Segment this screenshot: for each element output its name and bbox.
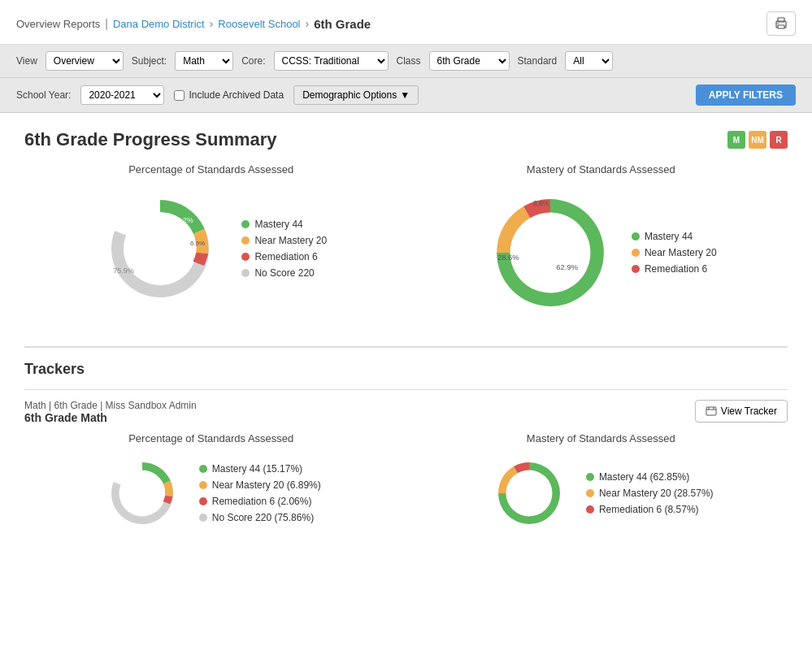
- legend-mastery-label: Mastery 44: [254, 219, 302, 230]
- class-label: Class: [397, 55, 421, 67]
- breadcrumb-current: 6th Grade: [314, 17, 371, 31]
- tlegend2-near-mastery: Near Mastery 20 (28.57%): [586, 488, 714, 499]
- breadcrumb: Overview Reports | Dana Demo District › …: [16, 17, 371, 31]
- tlegend1-dot-green: [199, 465, 207, 473]
- tracker-charts-row: Percentage of Standards Assessed: [24, 432, 788, 534]
- svg-text:15.2%: 15.2%: [173, 216, 194, 224]
- tlegend2-mastery: Mastery 44 (62.85%): [586, 471, 714, 483]
- breadcrumb-district[interactable]: Dana Demo District: [113, 18, 205, 30]
- legend2-remediation-label: Remediation 6: [645, 263, 707, 275]
- chart2-area: 62.9% 28.6% 8.6% Mastery 44 Near Mastery…: [485, 184, 717, 322]
- legend2-remediation: Remediation 6: [632, 263, 717, 275]
- summary-charts-row: Percentage of Standards Assessed: [24, 163, 788, 322]
- svg-text:75.9%: 75.9%: [114, 267, 135, 275]
- svg-point-3: [777, 23, 779, 24]
- tracker-chart2-title: Mastery of Standards Assessed: [527, 432, 675, 444]
- tlegend1-dot-gray: [199, 514, 207, 522]
- tracker-donut2: [489, 453, 570, 534]
- legend-dot-gray: [241, 269, 250, 277]
- school-year-select[interactable]: 2020-2021: [80, 85, 164, 105]
- archived-checkbox-label: Include Archived Data: [174, 89, 284, 101]
- print-button[interactable]: [766, 11, 796, 36]
- breadcrumb-overview: Overview Reports: [16, 18, 100, 30]
- legend-dot-green: [241, 220, 250, 228]
- apply-filters-button[interactable]: APPLY FILTERS: [696, 85, 796, 106]
- chart2-donut: 62.9% 28.6% 8.6%: [485, 184, 615, 322]
- tlegend2-remediation: Remediation 6 (8.57%): [586, 504, 714, 515]
- summary-section-header: 6th Grade Progress Summary M NM R: [24, 129, 788, 150]
- standard-label: Standard: [518, 55, 558, 67]
- badge-mastery: M: [727, 131, 745, 149]
- view-tracker-button[interactable]: View Tracker: [695, 400, 788, 423]
- tlegend2-near-mastery-label: Near Mastery 20 (28.57%): [599, 488, 714, 499]
- view-select[interactable]: Overview: [46, 51, 124, 71]
- subject-select[interactable]: Math: [175, 51, 233, 71]
- chart2-container: Mastery of Standards Assessed 62.9% 28.: [415, 163, 788, 322]
- legend2-near-mastery-label: Near Mastery 20: [645, 247, 717, 258]
- view-tracker-label: View Tracker: [721, 405, 777, 417]
- svg-text:8.6%: 8.6%: [533, 199, 549, 207]
- tlegend1-near-mastery-label: Near Mastery 20 (6.89%): [212, 479, 321, 491]
- chart1-container: Percentage of Standards Assessed: [24, 163, 398, 322]
- class-select[interactable]: 6th Grade: [429, 51, 510, 71]
- legend-near-mastery: Near Mastery 20: [241, 235, 327, 246]
- badge-near-mastery: NM: [749, 131, 766, 149]
- tlegend1-dot-red: [199, 497, 207, 505]
- svg-rect-2: [778, 25, 784, 28]
- filter-bar-1: View Overview Subject: Math Core: CCSS: …: [0, 45, 812, 78]
- svg-point-8: [512, 215, 588, 291]
- legend2-dot-yellow: [632, 249, 640, 257]
- standard-select[interactable]: All: [565, 51, 613, 71]
- tlegend2-dot-red: [586, 505, 594, 514]
- tlegend1-remediation: Remediation 6 (2.06%): [199, 496, 321, 507]
- legend2-near-mastery: Near Mastery 20: [632, 247, 717, 258]
- subject-label: Subject:: [132, 55, 167, 67]
- tracker-chart2-legend: Mastery 44 (62.85%) Near Mastery 20 (28.…: [586, 471, 714, 515]
- breadcrumb-sep1: |: [105, 17, 108, 30]
- svg-rect-12: [706, 407, 716, 415]
- legend-dot-yellow: [241, 236, 250, 245]
- tlegend1-dot-yellow: [199, 481, 207, 489]
- summary-title: 6th Grade Progress Summary: [24, 129, 277, 150]
- archived-label: Include Archived Data: [189, 89, 284, 101]
- breadcrumb-school[interactable]: Roosevelt School: [218, 18, 300, 30]
- chart1-title: Percentage of Standards Assessed: [128, 163, 293, 176]
- tlegend1-remediation-label: Remediation 6 (2.06%): [212, 496, 312, 507]
- demographic-button[interactable]: Demographic Options ▼: [293, 85, 419, 105]
- tracker-chart1: Percentage of Standards Assessed: [24, 432, 398, 534]
- tlegend1-no-score: No Score 220 (75.86%): [199, 512, 321, 523]
- tracker-donut1: [102, 453, 183, 534]
- legend-badges: M NM R: [727, 131, 788, 149]
- tracker-icon: [706, 405, 717, 417]
- tracker-chart1-legend: Mastery 44 (15.17%) Near Mastery 20 (6.8…: [199, 463, 321, 523]
- svg-text:6.9%: 6.9%: [190, 240, 205, 247]
- svg-point-17: [508, 472, 550, 514]
- archived-checkbox[interactable]: [174, 90, 185, 101]
- legend-near-mastery-label: Near Mastery 20: [254, 235, 327, 246]
- trackers-section: Trackers Math | 6th Grade | Miss Sandbox…: [24, 346, 788, 534]
- core-label: Core:: [241, 55, 265, 67]
- legend2-dot-green: [632, 232, 640, 241]
- svg-point-16: [121, 472, 163, 514]
- tlegend1-mastery: Mastery 44 (15.17%): [199, 463, 321, 475]
- breadcrumb-sep2: ›: [210, 17, 214, 30]
- tlegend1-no-score-label: No Score 220 (75.86%): [212, 512, 314, 523]
- svg-text:62.9%: 62.9%: [556, 262, 578, 271]
- view-label: View: [16, 55, 37, 67]
- chart2-title: Mastery of Standards Assessed: [527, 163, 675, 176]
- school-year-label: School Year:: [16, 89, 71, 101]
- tracker-chart1-title: Percentage of Standards Assessed: [128, 432, 293, 444]
- legend2-mastery: Mastery 44: [632, 231, 717, 242]
- legend2-dot-red: [632, 265, 640, 273]
- core-select[interactable]: CCSS: Traditional: [274, 51, 389, 71]
- top-bar: Overview Reports | Dana Demo District › …: [0, 0, 812, 45]
- tracker-chart2: Mastery of Standards Assessed: [415, 432, 788, 534]
- tlegend2-dot-yellow: [586, 489, 594, 497]
- tracker-header: Math | 6th Grade | Miss Sandbox Admin 6t…: [24, 400, 788, 424]
- tracker-meta: Math | 6th Grade | Miss Sandbox Admin: [24, 400, 197, 411]
- main-content: 6th Grade Progress Summary M NM R Percen…: [0, 113, 812, 550]
- breadcrumb-sep3: ›: [306, 17, 310, 30]
- legend-dot-red: [241, 253, 250, 261]
- dropdown-icon: ▼: [400, 89, 410, 101]
- legend2-mastery-label: Mastery 44: [645, 231, 693, 242]
